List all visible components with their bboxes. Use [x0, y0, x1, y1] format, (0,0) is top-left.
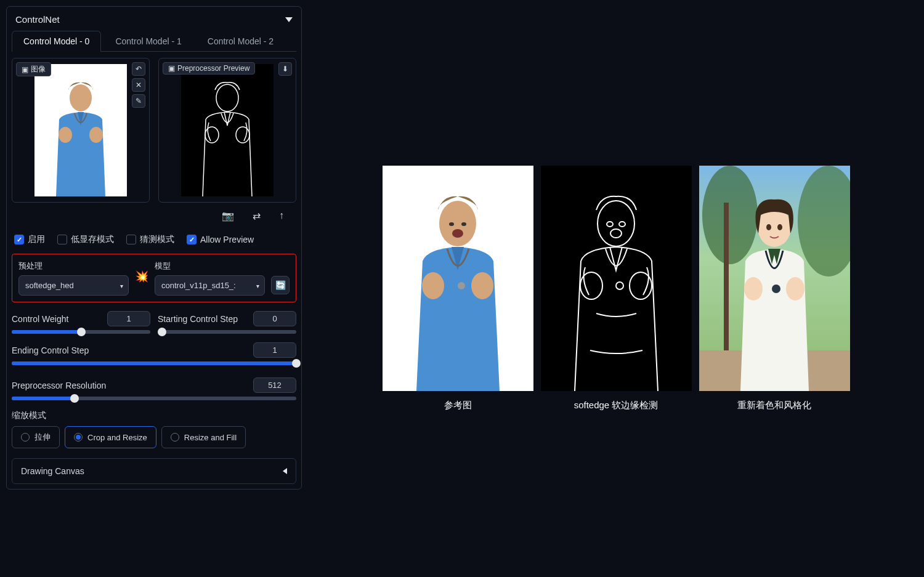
controlnet-panel: ControlNet Control Model - 0 Control Mod…: [0, 0, 308, 577]
control-weight-label: Control Weight: [12, 314, 68, 324]
results-area: 参考图: [308, 0, 924, 577]
result-styled: 重新着色和风格化: [699, 166, 850, 411]
lowvram-checkbox[interactable]: 低显存模式: [57, 234, 114, 245]
edge-label: softedge 软边缘检测: [574, 400, 659, 411]
input-image-card[interactable]: ▣ 图像 ↶ ✕ ✎: [12, 58, 150, 203]
checkbox-icon: [126, 235, 136, 244]
start-step-slider[interactable]: Starting Control Step 0: [158, 311, 296, 334]
svg-point-8: [461, 222, 466, 226]
svg-point-2: [89, 127, 103, 143]
download-button[interactable]: ⬇: [278, 62, 292, 76]
resize-stretch[interactable]: 拉伸: [12, 426, 60, 448]
start-step-value[interactable]: 0: [253, 311, 296, 326]
svg-point-0: [70, 84, 92, 111]
svg-point-5: [236, 127, 249, 143]
svg-point-14: [607, 222, 613, 227]
model-tabs: Control Model - 0 Control Model - 1 Cont…: [12, 31, 296, 52]
preview-label: ▣ Preprocessor Preview: [163, 62, 255, 75]
close-button[interactable]: ✕: [132, 78, 145, 92]
model-label: 模型: [155, 260, 265, 272]
checkbox-icon: [57, 235, 67, 244]
allow-preview-label: Allow Preview: [200, 235, 254, 244]
resize-mode-label: 缩放模式: [12, 410, 296, 421]
tab-model-0[interactable]: Control Model - 0: [12, 31, 101, 52]
run-preprocessor-button[interactable]: 💥: [135, 270, 148, 283]
end-step-slider[interactable]: Ending Control Step 1: [12, 342, 296, 365]
checkbox-icon: [14, 235, 24, 244]
upload-icon[interactable]: ↑: [279, 210, 284, 222]
panel-title: ControlNet: [15, 14, 60, 25]
checkbox-row: 启用 低显存模式 猜测模式 Allow Preview: [12, 229, 296, 254]
input-image-label: ▣ 图像: [16, 62, 51, 76]
tab-model-1[interactable]: Control Model - 1: [103, 31, 193, 51]
svg-point-15: [619, 222, 625, 227]
crop-label: Crop and Resize: [87, 433, 147, 442]
svg-point-28: [786, 277, 804, 301]
svg-rect-22: [724, 203, 729, 357]
result-edge: softedge 软边缘检测: [541, 166, 692, 411]
svg-point-27: [744, 277, 763, 301]
input-image: [34, 64, 127, 196]
edge-image: [541, 166, 692, 391]
control-weight-slider[interactable]: Control Weight 1: [12, 311, 150, 334]
svg-point-20: [702, 166, 758, 264]
checkbox-icon: [187, 235, 197, 244]
drawing-canvas-row[interactable]: Drawing Canvas: [12, 458, 296, 484]
svg-point-16: [610, 229, 622, 238]
collapse-icon[interactable]: [285, 17, 293, 22]
svg-point-7: [449, 222, 454, 226]
svg-point-11: [471, 272, 493, 299]
styled-label: 重新着色和风格化: [737, 400, 811, 411]
swap-icon[interactable]: ⇄: [253, 210, 261, 222]
sliders: Control Weight 1 Starting Control Step 0…: [12, 311, 296, 400]
panel-inner: ControlNet Control Model - 0 Control Mod…: [6, 6, 302, 490]
radio-icon: [21, 433, 30, 442]
image-icon: ▣: [22, 65, 28, 74]
radio-icon: [74, 433, 83, 442]
camera-icon[interactable]: 📷: [222, 210, 234, 222]
fill-label: Resize and Fill: [184, 433, 237, 442]
stretch-label: 拉伸: [34, 432, 51, 443]
svg-point-9: [452, 229, 463, 238]
panel-header[interactable]: ControlNet: [12, 12, 296, 31]
preprocessor-field: 预处理 softedge_hed: [18, 260, 129, 296]
image-icon: ▣: [168, 64, 175, 73]
expand-icon[interactable]: [283, 468, 287, 474]
svg-point-6: [439, 201, 476, 246]
canvas-label: Drawing Canvas: [21, 466, 84, 476]
preview-label-text: Preprocessor Preview: [177, 64, 249, 73]
svg-point-21: [798, 166, 850, 276]
svg-point-29: [772, 284, 780, 293]
svg-point-3: [216, 84, 238, 111]
enable-checkbox[interactable]: 启用: [14, 234, 45, 245]
resize-fill[interactable]: Resize and Fill: [161, 426, 246, 448]
tab-model-2[interactable]: Control Model - 2: [196, 31, 285, 51]
image-label-text: 图像: [31, 64, 46, 75]
model-dropdown[interactable]: control_v11p_sd15_:: [155, 275, 265, 296]
preprocessor-dropdown[interactable]: softedge_hed: [18, 275, 129, 296]
preprocessor-label: 预处理: [18, 260, 129, 272]
resolution-slider[interactable]: Preprocessor Resolution 512: [12, 377, 296, 400]
resolution-value[interactable]: 512: [253, 377, 296, 393]
guess-checkbox[interactable]: 猜测模式: [126, 234, 174, 245]
control-weight-value[interactable]: 1: [107, 311, 150, 326]
enable-label: 启用: [28, 234, 45, 245]
lowvram-label: 低显存模式: [71, 234, 114, 245]
svg-point-4: [205, 127, 219, 143]
edit-button[interactable]: ✎: [132, 94, 145, 108]
allow-preview-checkbox[interactable]: Allow Preview: [187, 235, 254, 244]
svg-point-13: [598, 201, 634, 246]
resize-crop[interactable]: Crop and Resize: [65, 426, 156, 448]
model-field: 模型 control_v11p_sd15_:: [155, 260, 265, 296]
end-step-value[interactable]: 1: [253, 342, 296, 358]
radio-icon: [171, 433, 179, 442]
preprocessor-model-box: 预处理 softedge_hed 💥 模型 control_v11p_sd15_…: [12, 254, 296, 302]
svg-point-19: [616, 282, 623, 289]
resolution-label: Preprocessor Resolution: [12, 381, 106, 390]
image-row: ▣ 图像 ↶ ✕ ✎: [12, 58, 296, 203]
guess-label: 猜测模式: [140, 234, 174, 245]
refresh-models-button[interactable]: 🔄: [271, 276, 290, 294]
svg-point-25: [766, 224, 771, 230]
undo-button[interactable]: ↶: [132, 62, 145, 76]
preview-card[interactable]: ▣ Preprocessor Preview ⬇: [158, 58, 296, 203]
